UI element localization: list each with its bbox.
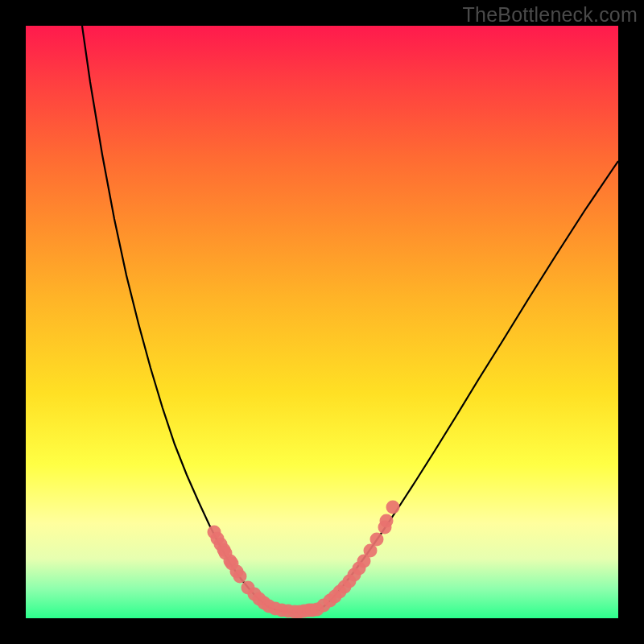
- data-point: [378, 521, 392, 535]
- data-point: [370, 533, 384, 547]
- data-point: [233, 570, 247, 584]
- outer-frame: TheBottleneck.com: [0, 0, 644, 644]
- curve-group: [82, 26, 618, 613]
- chart-svg: [26, 26, 618, 618]
- plot-area: [26, 26, 618, 618]
- left-dot-cluster: [208, 526, 316, 619]
- data-point: [386, 501, 400, 514]
- watermark-text: TheBottleneck.com: [463, 3, 638, 27]
- bottleneck-curve: [82, 26, 618, 613]
- right-dot-cluster: [306, 501, 400, 617]
